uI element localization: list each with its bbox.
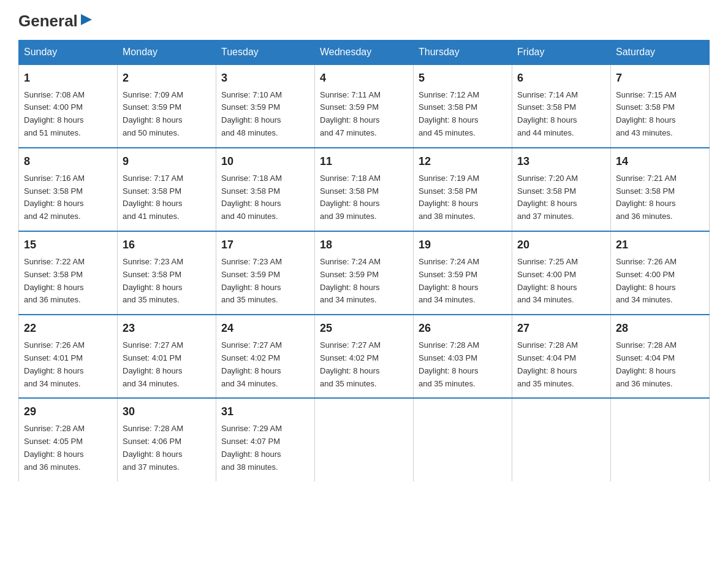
day-info: Sunrise: 7:20 AM Sunset: 3:58 PM Dayligh…: [517, 174, 578, 221]
calendar-cell: 24 Sunrise: 7:27 AM Sunset: 4:02 PM Dayl…: [216, 315, 315, 398]
col-header-monday: Monday: [118, 40, 216, 64]
col-header-wednesday: Wednesday: [315, 40, 414, 64]
calendar-cell: 5 Sunrise: 7:12 AM Sunset: 3:58 PM Dayli…: [414, 64, 512, 148]
day-info: Sunrise: 7:17 AM Sunset: 3:58 PM Dayligh…: [123, 174, 183, 221]
logo-arrow-icon: [80, 13, 93, 26]
day-info: Sunrise: 7:28 AM Sunset: 4:05 PM Dayligh…: [24, 424, 85, 471]
calendar-cell: 13 Sunrise: 7:20 AM Sunset: 3:58 PM Dayl…: [512, 148, 611, 231]
day-number: 10: [221, 153, 309, 170]
day-info: Sunrise: 7:14 AM Sunset: 3:58 PM Dayligh…: [517, 90, 578, 137]
calendar-cell: 11 Sunrise: 7:18 AM Sunset: 3:58 PM Dayl…: [315, 148, 414, 231]
calendar-cell: 10 Sunrise: 7:18 AM Sunset: 3:58 PM Dayl…: [216, 148, 315, 231]
day-info: Sunrise: 7:18 AM Sunset: 3:58 PM Dayligh…: [221, 174, 282, 221]
logo-general: General: [18, 12, 78, 30]
calendar-cell: 30 Sunrise: 7:28 AM Sunset: 4:06 PM Dayl…: [118, 398, 216, 481]
day-info: Sunrise: 7:16 AM Sunset: 3:58 PM Dayligh…: [24, 174, 85, 221]
day-info: Sunrise: 7:09 AM Sunset: 3:59 PM Dayligh…: [123, 90, 183, 137]
calendar-cell: 20 Sunrise: 7:25 AM Sunset: 4:00 PM Dayl…: [512, 231, 611, 315]
calendar-cell: 22 Sunrise: 7:26 AM Sunset: 4:01 PM Dayl…: [19, 315, 118, 398]
day-info: Sunrise: 7:08 AM Sunset: 4:00 PM Dayligh…: [24, 90, 85, 137]
day-number: 17: [221, 237, 309, 253]
day-info: Sunrise: 7:21 AM Sunset: 3:58 PM Dayligh…: [616, 174, 677, 221]
calendar-cell: 16 Sunrise: 7:23 AM Sunset: 3:58 PM Dayl…: [118, 231, 216, 315]
logo: General: [18, 12, 93, 28]
week-row-4: 22 Sunrise: 7:26 AM Sunset: 4:01 PM Dayl…: [19, 315, 710, 398]
col-header-saturday: Saturday: [611, 40, 710, 64]
calendar-cell: 28 Sunrise: 7:28 AM Sunset: 4:04 PM Dayl…: [611, 315, 710, 398]
col-header-friday: Friday: [512, 40, 611, 64]
calendar-cell: 4 Sunrise: 7:11 AM Sunset: 3:59 PM Dayli…: [315, 64, 414, 148]
calendar-cell: [611, 398, 710, 481]
day-info: Sunrise: 7:23 AM Sunset: 3:59 PM Dayligh…: [221, 257, 282, 304]
calendar-cell: 8 Sunrise: 7:16 AM Sunset: 3:58 PM Dayli…: [19, 148, 118, 231]
day-number: 15: [24, 237, 112, 253]
calendar-cell: 2 Sunrise: 7:09 AM Sunset: 3:59 PM Dayli…: [118, 64, 216, 148]
calendar-cell: 14 Sunrise: 7:21 AM Sunset: 3:58 PM Dayl…: [611, 148, 710, 231]
day-info: Sunrise: 7:23 AM Sunset: 3:58 PM Dayligh…: [123, 257, 183, 304]
day-number: 12: [419, 153, 507, 170]
day-number: 14: [616, 153, 704, 170]
col-header-tuesday: Tuesday: [216, 40, 315, 64]
day-info: Sunrise: 7:11 AM Sunset: 3:59 PM Dayligh…: [320, 90, 381, 137]
day-info: Sunrise: 7:25 AM Sunset: 4:00 PM Dayligh…: [517, 257, 578, 304]
week-row-1: 1 Sunrise: 7:08 AM Sunset: 4:00 PM Dayli…: [19, 64, 710, 148]
day-info: Sunrise: 7:27 AM Sunset: 4:02 PM Dayligh…: [320, 340, 381, 388]
day-info: Sunrise: 7:26 AM Sunset: 4:01 PM Dayligh…: [24, 340, 85, 388]
calendar-cell: 21 Sunrise: 7:26 AM Sunset: 4:00 PM Dayl…: [611, 231, 710, 315]
week-row-2: 8 Sunrise: 7:16 AM Sunset: 3:58 PM Dayli…: [19, 148, 710, 231]
day-number: 6: [517, 70, 605, 86]
day-info: Sunrise: 7:29 AM Sunset: 4:07 PM Dayligh…: [221, 424, 282, 471]
day-info: Sunrise: 7:27 AM Sunset: 4:02 PM Dayligh…: [221, 340, 282, 388]
calendar-cell: 3 Sunrise: 7:10 AM Sunset: 3:59 PM Dayli…: [216, 64, 315, 148]
calendar-cell: [315, 398, 414, 481]
week-row-5: 29 Sunrise: 7:28 AM Sunset: 4:05 PM Dayl…: [19, 398, 710, 481]
day-number: 21: [616, 237, 704, 253]
calendar-cell: 18 Sunrise: 7:24 AM Sunset: 3:59 PM Dayl…: [315, 231, 414, 315]
day-info: Sunrise: 7:19 AM Sunset: 3:58 PM Dayligh…: [419, 174, 479, 221]
day-number: 26: [419, 320, 507, 337]
svg-marker-0: [81, 14, 92, 25]
calendar-cell: 12 Sunrise: 7:19 AM Sunset: 3:58 PM Dayl…: [414, 148, 512, 231]
calendar-cell: 7 Sunrise: 7:15 AM Sunset: 3:58 PM Dayli…: [611, 64, 710, 148]
day-number: 31: [221, 404, 309, 420]
day-info: Sunrise: 7:27 AM Sunset: 4:01 PM Dayligh…: [123, 340, 183, 388]
day-number: 25: [320, 320, 408, 337]
day-number: 3: [221, 70, 309, 86]
calendar-cell: 26 Sunrise: 7:28 AM Sunset: 4:03 PM Dayl…: [414, 315, 512, 398]
day-info: Sunrise: 7:18 AM Sunset: 3:58 PM Dayligh…: [320, 174, 381, 221]
day-number: 18: [320, 237, 408, 253]
day-info: Sunrise: 7:28 AM Sunset: 4:03 PM Dayligh…: [419, 340, 479, 388]
day-number: 13: [517, 153, 605, 170]
day-info: Sunrise: 7:10 AM Sunset: 3:59 PM Dayligh…: [221, 90, 282, 137]
day-number: 2: [123, 70, 211, 86]
day-number: 7: [616, 70, 704, 86]
day-number: 27: [517, 320, 605, 337]
day-number: 11: [320, 153, 408, 170]
calendar-cell: 19 Sunrise: 7:24 AM Sunset: 3:59 PM Dayl…: [414, 231, 512, 315]
col-header-thursday: Thursday: [414, 40, 512, 64]
calendar-cell: 31 Sunrise: 7:29 AM Sunset: 4:07 PM Dayl…: [216, 398, 315, 481]
day-number: 1: [24, 70, 112, 86]
calendar-cell: 9 Sunrise: 7:17 AM Sunset: 3:58 PM Dayli…: [118, 148, 216, 231]
day-info: Sunrise: 7:24 AM Sunset: 3:59 PM Dayligh…: [419, 257, 479, 304]
calendar-cell: 15 Sunrise: 7:22 AM Sunset: 3:58 PM Dayl…: [19, 231, 118, 315]
calendar-cell: 1 Sunrise: 7:08 AM Sunset: 4:00 PM Dayli…: [19, 64, 118, 148]
day-info: Sunrise: 7:24 AM Sunset: 3:59 PM Dayligh…: [320, 257, 381, 304]
day-info: Sunrise: 7:15 AM Sunset: 3:58 PM Dayligh…: [616, 90, 677, 137]
calendar-cell: [414, 398, 512, 481]
calendar-cell: 27 Sunrise: 7:28 AM Sunset: 4:04 PM Dayl…: [512, 315, 611, 398]
week-row-3: 15 Sunrise: 7:22 AM Sunset: 3:58 PM Dayl…: [19, 231, 710, 315]
day-info: Sunrise: 7:28 AM Sunset: 4:06 PM Dayligh…: [123, 424, 183, 471]
day-number: 28: [616, 320, 704, 337]
day-number: 23: [123, 320, 211, 337]
day-number: 24: [221, 320, 309, 337]
calendar-cell: 25 Sunrise: 7:27 AM Sunset: 4:02 PM Dayl…: [315, 315, 414, 398]
day-number: 29: [24, 404, 112, 420]
day-info: Sunrise: 7:28 AM Sunset: 4:04 PM Dayligh…: [517, 340, 578, 388]
day-number: 4: [320, 70, 408, 86]
day-info: Sunrise: 7:26 AM Sunset: 4:00 PM Dayligh…: [616, 257, 677, 304]
calendar-cell: 29 Sunrise: 7:28 AM Sunset: 4:05 PM Dayl…: [19, 398, 118, 481]
calendar-cell: 6 Sunrise: 7:14 AM Sunset: 3:58 PM Dayli…: [512, 64, 611, 148]
day-info: Sunrise: 7:22 AM Sunset: 3:58 PM Dayligh…: [24, 257, 85, 304]
day-number: 5: [419, 70, 507, 86]
